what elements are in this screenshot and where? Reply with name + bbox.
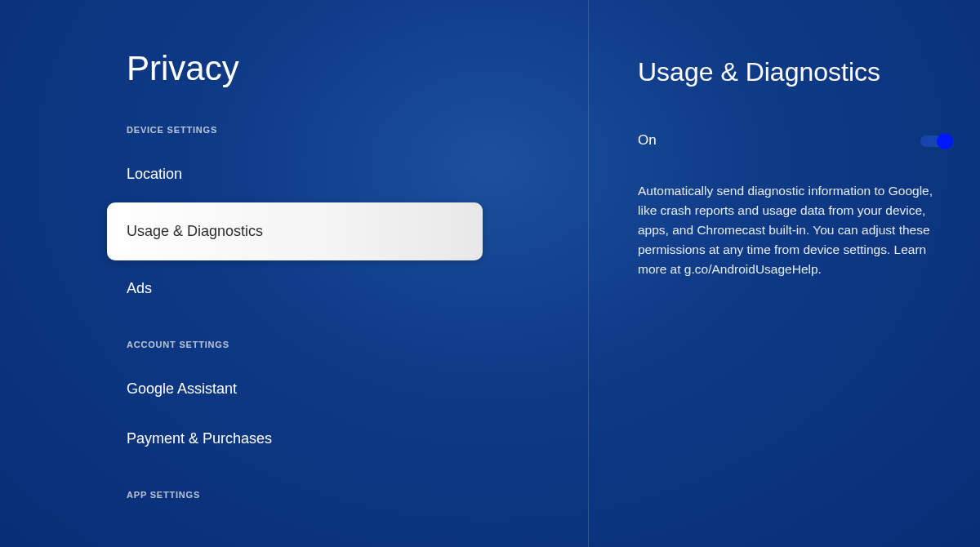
menu-item-google-assistant[interactable]: Google Assistant bbox=[107, 367, 483, 411]
usage-diagnostics-toggle-row[interactable]: On bbox=[638, 132, 951, 149]
menu-item-location[interactable]: Location bbox=[107, 153, 483, 196]
section-label-account-settings: ACCOUNT SETTINGS bbox=[127, 340, 588, 349]
section-label-device-settings: DEVICE SETTINGS bbox=[127, 125, 588, 135]
toggle-label: On bbox=[638, 132, 657, 149]
page-title: Privacy bbox=[127, 49, 588, 88]
menu-item-payment-purchases[interactable]: Payment & Purchases bbox=[107, 417, 483, 460]
detail-panel: Usage & Diagnostics On Automatically sen… bbox=[588, 0, 980, 547]
privacy-settings-panel: Privacy DEVICE SETTINGS Location Usage &… bbox=[0, 0, 588, 547]
toggle-switch-icon bbox=[920, 133, 951, 148]
menu-item-ads[interactable]: Ads bbox=[107, 267, 483, 310]
menu-item-usage-diagnostics[interactable]: Usage & Diagnostics bbox=[107, 202, 483, 260]
detail-title: Usage & Diagnostics bbox=[638, 57, 951, 87]
detail-description: Automatically send diagnostic informatio… bbox=[638, 181, 951, 279]
section-label-app-settings: APP SETTINGS bbox=[127, 490, 588, 500]
